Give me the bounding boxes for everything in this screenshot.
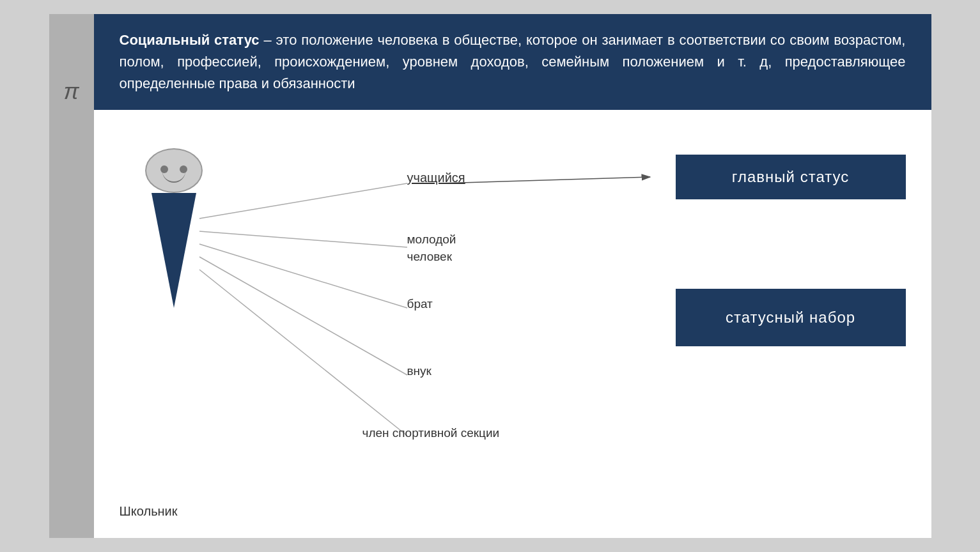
svg-line-4: [199, 270, 407, 436]
term: Социальный статус: [120, 32, 260, 48]
left-bar: π: [49, 14, 94, 538]
school-label: Школьник: [120, 504, 178, 519]
content-area: Социальный статус – это положение челове…: [94, 14, 931, 538]
label-vnuk: внук: [407, 364, 432, 378]
definition-block: Социальный статус – это положение челове…: [94, 14, 931, 110]
diagram-area: учащийся молодойчеловек брат внук член с…: [94, 110, 931, 538]
svg-line-0: [199, 183, 407, 218]
svg-line-1: [199, 231, 407, 247]
pi-icon: π: [63, 78, 79, 105]
label-brat: брат: [407, 297, 433, 311]
glavny-status-label: главный статус: [732, 168, 849, 186]
svg-line-2: [199, 244, 407, 308]
svg-line-5: [439, 177, 650, 183]
status-box-set: статусный набор: [676, 289, 906, 346]
label-uchashiysya: учащийся: [407, 171, 465, 185]
slide: π Социальный статус – это положение чело…: [49, 14, 931, 538]
label-molodoy: молодойчеловек: [407, 231, 456, 265]
statusny-nabor-label: статусный набор: [726, 309, 855, 326]
label-member: член спортивной секции: [362, 426, 500, 440]
svg-line-3: [199, 257, 407, 375]
status-box-main: главный статус: [676, 155, 906, 199]
